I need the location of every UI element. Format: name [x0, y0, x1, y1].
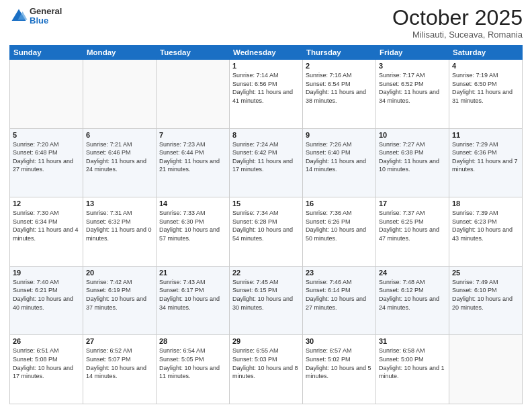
day-number: 30	[306, 337, 373, 345]
calendar-header-sunday: Sunday	[10, 46, 83, 60]
location: Milisauti, Suceava, Romania	[392, 30, 523, 40]
calendar-header-row: SundayMondayTuesdayWednesdayThursdayFrid…	[10, 46, 523, 60]
calendar-cell: 30Sunrise: 6:57 AM Sunset: 5:02 PM Dayli…	[303, 335, 376, 404]
calendar-week-1: 1Sunrise: 7:14 AM Sunset: 6:56 PM Daylig…	[10, 60, 523, 129]
day-info: Sunrise: 7:24 AM Sunset: 6:42 PM Dayligh…	[232, 140, 300, 174]
calendar-cell	[157, 60, 230, 129]
day-info: Sunrise: 7:21 AM Sunset: 6:46 PM Dayligh…	[86, 140, 153, 174]
logo-general: General	[30, 7, 62, 16]
day-number: 2	[306, 62, 373, 70]
day-number: 19	[13, 269, 80, 277]
day-info: Sunrise: 7:31 AM Sunset: 6:32 PM Dayligh…	[86, 209, 153, 242]
calendar-cell: 26Sunrise: 6:51 AM Sunset: 5:08 PM Dayli…	[10, 335, 83, 404]
day-info: Sunrise: 7:36 AM Sunset: 6:26 PM Dayligh…	[306, 209, 373, 242]
day-number: 15	[232, 199, 300, 208]
calendar-cell: 13Sunrise: 7:31 AM Sunset: 6:32 PM Dayli…	[83, 197, 157, 267]
logo-icon	[9, 7, 28, 26]
calendar-cell: 18Sunrise: 7:39 AM Sunset: 6:23 PM Dayli…	[449, 197, 523, 267]
day-number: 29	[232, 337, 300, 345]
calendar-cell: 29Sunrise: 6:55 AM Sunset: 5:03 PM Dayli…	[230, 335, 303, 404]
day-info: Sunrise: 7:27 AM Sunset: 6:38 PM Dayligh…	[379, 140, 446, 174]
calendar-cell: 23Sunrise: 7:46 AM Sunset: 6:14 PM Dayli…	[303, 266, 376, 335]
day-number: 14	[159, 199, 226, 208]
day-info: Sunrise: 7:19 AM Sunset: 6:50 PM Dayligh…	[452, 71, 519, 105]
day-info: Sunrise: 6:52 AM Sunset: 5:07 PM Dayligh…	[86, 347, 153, 380]
logo-text: General Blue	[30, 7, 62, 26]
day-number: 13	[86, 199, 153, 208]
calendar-cell: 22Sunrise: 7:45 AM Sunset: 6:15 PM Dayli…	[230, 266, 303, 335]
day-info: Sunrise: 7:49 AM Sunset: 6:10 PM Dayligh…	[452, 278, 519, 312]
logo-blue: Blue	[30, 16, 62, 26]
day-number: 28	[159, 337, 226, 345]
calendar-header-saturday: Saturday	[449, 46, 523, 60]
day-number: 31	[379, 337, 446, 345]
calendar-cell: 12Sunrise: 7:30 AM Sunset: 6:34 PM Dayli…	[10, 197, 83, 267]
day-info: Sunrise: 6:58 AM Sunset: 5:00 PM Dayligh…	[379, 347, 446, 380]
calendar-cell: 31Sunrise: 6:58 AM Sunset: 5:00 PM Dayli…	[376, 335, 449, 404]
page: General Blue October 2025 Milisauti, Suc…	[0, 0, 532, 411]
day-info: Sunrise: 7:23 AM Sunset: 6:44 PM Dayligh…	[159, 140, 226, 174]
calendar-cell: 15Sunrise: 7:34 AM Sunset: 6:28 PM Dayli…	[230, 197, 303, 267]
calendar-cell	[83, 60, 157, 129]
day-number: 3	[379, 62, 446, 70]
calendar-cell: 9Sunrise: 7:26 AM Sunset: 6:40 PM Daylig…	[303, 128, 376, 197]
calendar-header-monday: Monday	[83, 46, 157, 60]
day-info: Sunrise: 7:34 AM Sunset: 6:28 PM Dayligh…	[232, 209, 300, 242]
day-number: 22	[232, 269, 300, 277]
calendar-cell: 3Sunrise: 7:17 AM Sunset: 6:52 PM Daylig…	[376, 60, 449, 129]
day-number: 5	[13, 131, 80, 139]
day-info: Sunrise: 6:55 AM Sunset: 5:03 PM Dayligh…	[232, 347, 300, 380]
day-number: 7	[159, 131, 226, 139]
calendar-week-2: 5Sunrise: 7:20 AM Sunset: 6:48 PM Daylig…	[10, 128, 523, 197]
calendar-cell: 1Sunrise: 7:14 AM Sunset: 6:56 PM Daylig…	[230, 60, 303, 129]
day-info: Sunrise: 7:39 AM Sunset: 6:23 PM Dayligh…	[452, 209, 519, 242]
calendar-week-4: 19Sunrise: 7:40 AM Sunset: 6:21 PM Dayli…	[10, 266, 523, 335]
day-info: Sunrise: 6:57 AM Sunset: 5:02 PM Dayligh…	[306, 347, 373, 380]
calendar-cell: 14Sunrise: 7:33 AM Sunset: 6:30 PM Dayli…	[157, 197, 230, 267]
calendar-cell	[10, 60, 83, 129]
calendar-cell: 17Sunrise: 7:37 AM Sunset: 6:25 PM Dayli…	[376, 197, 449, 267]
day-number: 10	[379, 131, 446, 139]
day-number: 1	[232, 62, 300, 70]
day-number: 21	[159, 269, 226, 277]
calendar-header-friday: Friday	[376, 46, 449, 60]
day-number: 20	[86, 269, 153, 277]
day-number: 8	[232, 131, 300, 139]
calendar-cell: 24Sunrise: 7:48 AM Sunset: 6:12 PM Dayli…	[376, 266, 449, 335]
calendar-cell: 4Sunrise: 7:19 AM Sunset: 6:50 PM Daylig…	[449, 60, 523, 129]
calendar-cell: 5Sunrise: 7:20 AM Sunset: 6:48 PM Daylig…	[10, 128, 83, 197]
calendar-cell: 25Sunrise: 7:49 AM Sunset: 6:10 PM Dayli…	[449, 266, 523, 335]
day-number: 24	[379, 269, 446, 277]
day-info: Sunrise: 7:40 AM Sunset: 6:21 PM Dayligh…	[13, 278, 80, 312]
calendar-cell: 19Sunrise: 7:40 AM Sunset: 6:21 PM Dayli…	[10, 266, 83, 335]
calendar-cell: 6Sunrise: 7:21 AM Sunset: 6:46 PM Daylig…	[83, 128, 157, 197]
day-number: 6	[86, 131, 153, 139]
day-info: Sunrise: 7:29 AM Sunset: 6:36 PM Dayligh…	[452, 140, 519, 174]
calendar-cell: 27Sunrise: 6:52 AM Sunset: 5:07 PM Dayli…	[83, 335, 157, 404]
calendar-header-tuesday: Tuesday	[157, 46, 230, 60]
day-number: 17	[379, 199, 446, 208]
day-info: Sunrise: 7:43 AM Sunset: 6:17 PM Dayligh…	[159, 278, 226, 312]
day-info: Sunrise: 7:17 AM Sunset: 6:52 PM Dayligh…	[379, 71, 446, 105]
day-info: Sunrise: 6:51 AM Sunset: 5:08 PM Dayligh…	[13, 347, 80, 380]
title-block: October 2025 Milisauti, Suceava, Romania	[392, 7, 523, 40]
calendar-cell: 2Sunrise: 7:16 AM Sunset: 6:54 PM Daylig…	[303, 60, 376, 129]
calendar-cell: 28Sunrise: 6:54 AM Sunset: 5:05 PM Dayli…	[157, 335, 230, 404]
calendar-week-5: 26Sunrise: 6:51 AM Sunset: 5:08 PM Dayli…	[10, 335, 523, 404]
day-number: 11	[452, 131, 519, 139]
day-info: Sunrise: 7:16 AM Sunset: 6:54 PM Dayligh…	[306, 71, 373, 105]
day-number: 18	[452, 199, 519, 208]
calendar-cell: 21Sunrise: 7:43 AM Sunset: 6:17 PM Dayli…	[157, 266, 230, 335]
day-number: 25	[452, 269, 519, 277]
day-number: 26	[13, 337, 80, 345]
calendar-header-wednesday: Wednesday	[230, 46, 303, 60]
day-info: Sunrise: 6:54 AM Sunset: 5:05 PM Dayligh…	[159, 347, 226, 380]
calendar-cell: 8Sunrise: 7:24 AM Sunset: 6:42 PM Daylig…	[230, 128, 303, 197]
calendar-header-thursday: Thursday	[303, 46, 376, 60]
day-info: Sunrise: 7:14 AM Sunset: 6:56 PM Dayligh…	[232, 71, 300, 105]
header: General Blue October 2025 Milisauti, Suc…	[9, 7, 523, 40]
day-info: Sunrise: 7:42 AM Sunset: 6:19 PM Dayligh…	[86, 278, 153, 312]
day-number: 9	[306, 131, 373, 139]
calendar-week-3: 12Sunrise: 7:30 AM Sunset: 6:34 PM Dayli…	[10, 197, 523, 267]
day-number: 27	[86, 337, 153, 345]
